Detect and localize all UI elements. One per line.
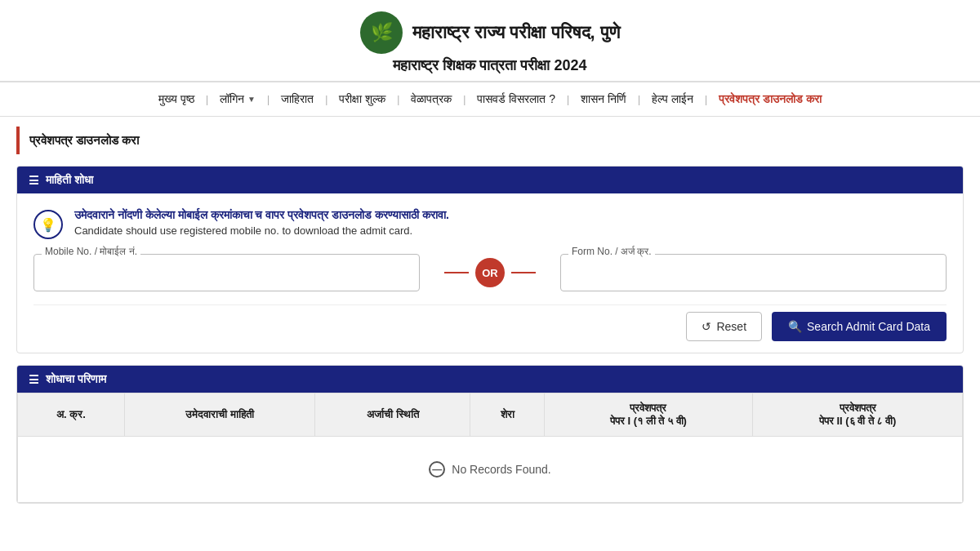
col-status: अर्जाची स्थिति	[315, 393, 470, 437]
table-header-row: अ. क्र. उमेदवाराची माहिती अर्जाची स्थिति…	[18, 393, 963, 437]
results-table: अ. क्र. उमेदवाराची माहिती अर्जाची स्थिति…	[17, 393, 963, 503]
results-icon: ☰	[29, 373, 39, 386]
col-paper1: प्रवेशपत्र पेपर I (१ ली ते ५ वी)	[544, 393, 753, 437]
results-box: ☰ शोधाचा परिणाम अ. क्र. उमेदवाराची माहित…	[16, 365, 964, 504]
chevron-down-icon: ▼	[247, 95, 256, 104]
or-divider: OR	[444, 258, 536, 287]
nav-fee[interactable]: परीक्षा शुल्क	[331, 89, 394, 109]
nav-govt-decision[interactable]: शासन निर्णि	[572, 89, 635, 109]
logo-row: 🌿 महाराष्ट्र राज्य परीक्षा परिषद, पुणे	[16, 11, 964, 54]
page-header: 🌿 महाराष्ट्र राज्य परीक्षा परिषद, पुणे म…	[0, 0, 980, 82]
notice-block: 💡 उमेदवाराने नोंदणी केलेल्या मोबाईल क्रम…	[33, 208, 947, 239]
mobile-input[interactable]	[33, 254, 420, 291]
col-serial: अ. क्र.	[18, 393, 125, 437]
no-records-icon: —	[429, 461, 445, 478]
no-records-cell: — No Records Found.	[18, 437, 963, 503]
or-circle: OR	[475, 258, 505, 287]
search-info-box: ☰ माहिती शोधा 💡 उमेदवाराने नोंदणी केलेल्…	[16, 166, 964, 353]
or-line-left	[444, 272, 469, 273]
mobile-field-group: Mobile No. / मोबाईल नं.	[33, 254, 420, 291]
search-box-body: 💡 उमेदवाराने नोंदणी केलेल्या मोबाईल क्रम…	[17, 193, 963, 353]
nav-forgot-password[interactable]: पासवर्ड विसरलात ?	[469, 89, 564, 109]
no-records-row: — No Records Found.	[18, 437, 963, 503]
nav-home[interactable]: मुख्य पृष्ठ	[150, 89, 203, 109]
form-row: Mobile No. / मोबाईल नं. OR Form No. / अर…	[33, 254, 947, 291]
nav-notice[interactable]: जाहिरात	[273, 89, 322, 109]
no-records-message: — No Records Found.	[28, 445, 952, 494]
notice-text: उमेदवाराने नोंदणी केलेल्या मोबाईल क्रमां…	[74, 208, 449, 237]
search-box-header: ☰ माहिती शोधा	[17, 167, 963, 193]
col-paper2: प्रवेशपत्र पेपर II (६ वी ते ८ वी)	[753, 393, 963, 437]
page-content: प्रवेशपत्र डाउनलोड करा ☰ माहिती शोधा 💡 उ…	[0, 117, 980, 513]
search-icon: 🔍	[788, 320, 802, 333]
nav-helpline[interactable]: हेल्प लाईन	[644, 89, 702, 109]
reset-icon: ↺	[702, 320, 711, 333]
info-icon: ☰	[29, 174, 39, 187]
exam-title: महाराष्ट्र शिक्षक पात्रता परीक्षा 2024	[16, 57, 964, 74]
reset-button[interactable]: ↺ Reset	[686, 312, 762, 341]
nav-login[interactable]: लॉगिन ▼	[212, 89, 264, 109]
col-remark: शेरा	[470, 393, 544, 437]
org-logo: 🌿	[360, 11, 403, 54]
results-box-header: ☰ शोधाचा परिणाम	[17, 366, 963, 393]
nav-admit-card[interactable]: प्रवेशपत्र डाउनलोड करा	[710, 89, 830, 109]
form-no-label: Form No. / अर्ज क्र.	[568, 246, 655, 257]
nav-timetable[interactable]: वेळापत्रक	[403, 89, 460, 109]
form-no-input[interactable]	[560, 254, 947, 291]
search-button[interactable]: 🔍 Search Admit Card Data	[772, 312, 947, 341]
action-row: ↺ Reset 🔍 Search Admit Card Data	[33, 304, 947, 341]
mobile-label: Mobile No. / मोबाईल नं.	[42, 246, 140, 257]
form-no-field-group: Form No. / अर्ज क्र.	[560, 254, 947, 291]
notice-bulb-icon: 💡	[33, 210, 63, 239]
col-candidate: उमेदवाराची माहिती	[124, 393, 314, 437]
or-line-right	[511, 272, 536, 273]
main-nav: मुख्य पृष्ठ | लॉगिन ▼ | जाहिरात | परीक्ष…	[0, 82, 980, 117]
org-title: महाराष्ट्र राज्य परीक्षा परिषद, पुणे	[412, 22, 620, 43]
breadcrumb: प्रवेशपत्र डाउनलोड करा	[16, 127, 964, 154]
